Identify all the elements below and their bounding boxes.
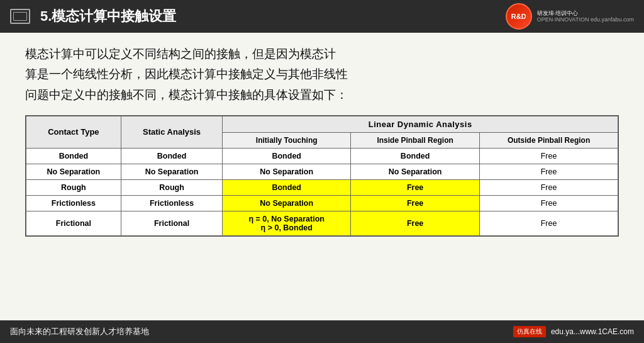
intro-line2: 算是一个纯线性分析，因此模态计算中接触定义与其他非线性 (25, 67, 348, 81)
table-row: BondedBondedBondedBondedFree (26, 148, 618, 164)
cell-outside-pinball: Free (480, 164, 618, 179)
cell-inside-pinball: Free (351, 179, 480, 195)
cell-static: Bonded (121, 148, 223, 164)
cell-outside-pinball: Free (480, 148, 618, 164)
cell-static: Frictional (121, 211, 223, 235)
intro-paragraph: 模态计算中可以定义不同结构之间的接触，但是因为模态计 算是一个纯线性分析，因此模… (25, 44, 619, 105)
cell-inside-pinball: No Separation (351, 164, 480, 179)
table-row: FrictionalFrictionalη = 0, No Separation… (26, 211, 618, 235)
cell-type: Frictionless (26, 195, 121, 211)
cell-inside-pinball: Bonded (351, 148, 480, 164)
sub-inside-pinball: Inside Pinball Region (351, 132, 480, 148)
footer-badge: 仿真在线 (513, 326, 546, 337)
cell-outside-pinball: Free (480, 179, 618, 195)
cell-static: Rough (121, 179, 223, 195)
logo-brand: 研发埠·培训中心 (537, 10, 634, 17)
logo-circle: R&D (506, 3, 532, 30)
cell-initially-touching: No Separation (223, 164, 351, 179)
cell-initially-touching: Bonded (223, 148, 351, 164)
footer-url: edu.ya...www.1CAE.com (551, 327, 634, 336)
slide-title: 5.模态计算中接触设置 (40, 7, 506, 26)
monitor-icon (10, 9, 30, 24)
cell-static: No Separation (121, 164, 223, 179)
intro-line3: 问题中定义中的接触不同，模态计算中接触的具体设置如下： (25, 88, 348, 101)
table-row: No SeparationNo SeparationNo SeparationN… (26, 164, 618, 179)
col-contact-type: Contact Type (26, 116, 121, 148)
cell-outside-pinball: Free (480, 195, 618, 211)
sub-outside-pinball: Outside Pinball Region (480, 132, 618, 148)
cell-type: Bonded (26, 148, 121, 164)
cell-type: Rough (26, 179, 121, 195)
cell-inside-pinball: Free (351, 195, 480, 211)
content-area: R&D edu R&D 模态计算中可以定义不同结构之间的接触，但是因为模态计 算… (0, 33, 644, 320)
table-row: RoughRoughBondedFreeFree (26, 179, 618, 195)
cell-outside-pinball: Free (480, 211, 618, 235)
col-lda-header: Linear Dynamic Analysis (223, 116, 618, 132)
cell-initially-touching: η = 0, No Separation η > 0, Bonded (223, 211, 351, 235)
logo-area: R&D 研发埠·培训中心 OPEN·INNOVATION edu.yanfabu… (506, 3, 634, 30)
logo-text: 研发埠·培训中心 OPEN·INNOVATION edu.yanfabu.com (537, 10, 634, 23)
cell-initially-touching: Bonded (223, 179, 351, 195)
contact-table-wrapper: Contact Type Static Analysis Linear Dyna… (25, 115, 619, 237)
col-static-analysis: Static Analysis (121, 116, 223, 148)
logo-symbol: R&D (511, 13, 526, 20)
footer-left-text: 面向未来的工程研发创新人才培养基地 (10, 326, 149, 337)
footer-right-area: 仿真在线 edu.ya...www.1CAE.com (513, 326, 634, 337)
cell-initially-touching: No Separation (223, 195, 351, 211)
footer: 面向未来的工程研发创新人才培养基地 仿真在线 edu.ya...www.1CAE… (0, 320, 644, 343)
sub-initially-touching: Initially Touching (223, 132, 351, 148)
cell-type: No Separation (26, 164, 121, 179)
cell-static: Frictionless (121, 195, 223, 211)
cell-type: Frictional (26, 211, 121, 235)
header: 5.模态计算中接触设置 R&D 研发埠·培训中心 OPEN·INNOVATION… (0, 0, 644, 33)
intro-line1: 模态计算中可以定义不同结构之间的接触，但是因为模态计 (25, 47, 336, 60)
table-row: FrictionlessFrictionlessNo SeparationFre… (26, 195, 618, 211)
slide-container: 5.模态计算中接触设置 R&D 研发埠·培训中心 OPEN·INNOVATION… (0, 0, 644, 343)
cell-inside-pinball: Free (351, 211, 480, 235)
logo-url: OPEN·INNOVATION edu.yanfabu.com (537, 16, 634, 23)
contact-table: Contact Type Static Analysis Linear Dyna… (26, 116, 618, 236)
